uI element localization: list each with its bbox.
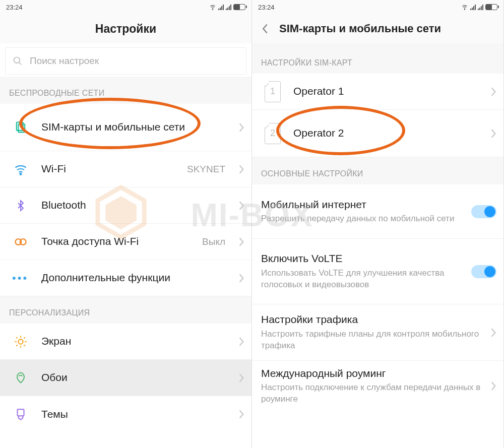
row-volte[interactable]: Включить VoLTE Использовать VoLTE для ул… bbox=[252, 239, 503, 304]
svg-point-3 bbox=[14, 57, 20, 63]
bluetooth-icon bbox=[9, 199, 32, 213]
chevron-right-icon bbox=[238, 164, 244, 174]
status-bar: 23:24 bbox=[0, 0, 251, 14]
row-title: Международный роуминг bbox=[261, 367, 481, 380]
row-wifi[interactable]: Wi-Fi SKYNET bbox=[0, 151, 251, 187]
display-icon bbox=[9, 335, 32, 349]
row-title: Экран bbox=[41, 335, 229, 348]
row-display[interactable]: Экран bbox=[0, 324, 251, 360]
sim-number: 1 bbox=[270, 86, 275, 97]
themes-icon bbox=[9, 407, 32, 421]
section-personalization: ПЕРСОНАЛИЗАЦИЯ bbox=[0, 296, 251, 324]
row-title: Включить VoLTE bbox=[261, 252, 462, 265]
chevron-right-icon bbox=[490, 381, 496, 391]
hotspot-icon bbox=[9, 235, 32, 249]
chevron-right-icon bbox=[238, 373, 244, 383]
svg-point-2 bbox=[212, 9, 213, 10]
row-subtitle: Настроить тарифные планы для контроля мо… bbox=[261, 329, 481, 352]
row-title: Темы bbox=[41, 408, 229, 421]
row-subtitle: Разрешить передачу данных по мобильной с… bbox=[261, 213, 462, 225]
signal-icon bbox=[226, 5, 231, 10]
header: SIM-карты и мобильные сети bbox=[252, 14, 503, 43]
row-title: Настройки трафика bbox=[261, 313, 481, 326]
status-time: 23:24 bbox=[6, 4, 23, 11]
wallpaper-icon bbox=[9, 371, 32, 385]
row-themes[interactable]: Темы bbox=[0, 396, 251, 432]
section-main: ОСНОВНЫЕ НАСТРОЙКИ bbox=[252, 157, 503, 184]
row-more[interactable]: ••• Дополнительные функции bbox=[0, 260, 251, 296]
row-mobile-data[interactable]: Мобильный интернет Разрешить передачу да… bbox=[252, 184, 503, 239]
sim2-icon: 2 bbox=[261, 123, 284, 144]
header: Настройки bbox=[0, 14, 251, 43]
chevron-right-icon bbox=[238, 237, 244, 247]
sim-number: 2 bbox=[270, 128, 275, 139]
svg-line-4 bbox=[19, 62, 22, 65]
section-wireless: БЕСПРОВОДНЫЕ СЕТИ bbox=[0, 77, 251, 104]
row-traffic[interactable]: Настройки трафика Настроить тарифные пла… bbox=[252, 304, 503, 361]
row-title: SIM-карты и мобильные сети bbox=[41, 120, 229, 134]
svg-point-12 bbox=[464, 9, 465, 10]
wifi-icon bbox=[9, 162, 32, 176]
chevron-left-icon bbox=[262, 23, 269, 34]
row-title: Bluetooth bbox=[41, 199, 229, 212]
signal-icon bbox=[218, 5, 224, 10]
row-title: Wi-Fi bbox=[41, 162, 178, 175]
row-title: Мобильный интернет bbox=[261, 198, 462, 211]
row-title: Operator 1 bbox=[293, 85, 481, 98]
chevron-right-icon bbox=[238, 409, 244, 419]
row-subtitle: Настроить подключение к службам передачи… bbox=[261, 382, 481, 405]
search-placeholder: Поиск настроек bbox=[30, 55, 99, 67]
svg-point-7 bbox=[20, 173, 22, 174]
row-title: Operator 2 bbox=[293, 126, 481, 140]
row-title: Точка доступа Wi-Fi bbox=[41, 235, 193, 248]
sim-icon bbox=[9, 120, 32, 135]
signal-icon bbox=[478, 5, 483, 10]
row-title: Обои bbox=[41, 371, 229, 384]
toggle-mobile-data[interactable] bbox=[471, 205, 496, 218]
phone-settings: 23:24 Настройки Поиск настроек БЕСПРОВОД… bbox=[0, 0, 252, 448]
wifi-icon bbox=[461, 4, 468, 11]
phone-sim-settings: 23:24 SIM-карты и мобильные сети НАСТРОЙ… bbox=[252, 0, 504, 448]
toggle-volte[interactable] bbox=[471, 265, 496, 278]
search-input[interactable]: Поиск настроек bbox=[5, 47, 246, 75]
page-title: SIM-карты и мобильные сети bbox=[279, 22, 441, 35]
battery-icon bbox=[233, 4, 245, 10]
battery-icon bbox=[485, 4, 497, 10]
status-time: 23:24 bbox=[258, 4, 275, 11]
status-icons bbox=[461, 4, 497, 11]
chevron-right-icon bbox=[490, 87, 496, 97]
chevron-right-icon bbox=[238, 337, 244, 347]
chevron-right-icon bbox=[238, 122, 244, 133]
more-icon: ••• bbox=[9, 272, 32, 285]
row-sim2[interactable]: 2 Operator 2 bbox=[252, 110, 503, 157]
row-hotspot[interactable]: Точка доступа Wi-Fi Выкл bbox=[0, 224, 251, 260]
wifi-icon bbox=[209, 4, 216, 11]
signal-icon bbox=[470, 5, 476, 10]
search-icon bbox=[13, 56, 23, 66]
page-title: Настройки bbox=[95, 22, 156, 36]
row-value: Выкл bbox=[202, 236, 225, 247]
row-subtitle: Использовать VoLTE для улучшения качеств… bbox=[261, 268, 462, 291]
chevron-right-icon bbox=[238, 201, 244, 211]
back-button[interactable] bbox=[259, 23, 271, 35]
status-icons bbox=[209, 4, 245, 11]
chevron-right-icon bbox=[490, 328, 496, 338]
row-value: SKYNET bbox=[187, 164, 225, 175]
svg-rect-11 bbox=[18, 409, 24, 416]
section-sim: НАСТРОЙКИ SIM-КАРТ bbox=[252, 43, 503, 74]
chevron-right-icon bbox=[490, 129, 496, 139]
row-wallpaper[interactable]: Обои bbox=[0, 360, 251, 396]
row-roaming[interactable]: Международный роуминг Настроить подключе… bbox=[252, 361, 503, 411]
svg-rect-5 bbox=[17, 122, 23, 130]
sim1-icon: 1 bbox=[261, 81, 284, 102]
row-sim-networks[interactable]: SIM-карты и мобильные сети bbox=[0, 104, 251, 151]
row-title: Дополнительные функции bbox=[41, 271, 229, 284]
status-bar: 23:24 bbox=[252, 0, 503, 14]
row-bluetooth[interactable]: Bluetooth bbox=[0, 187, 251, 224]
chevron-right-icon bbox=[238, 273, 244, 283]
row-sim1[interactable]: 1 Operator 1 bbox=[252, 74, 503, 110]
svg-point-10 bbox=[18, 339, 23, 344]
